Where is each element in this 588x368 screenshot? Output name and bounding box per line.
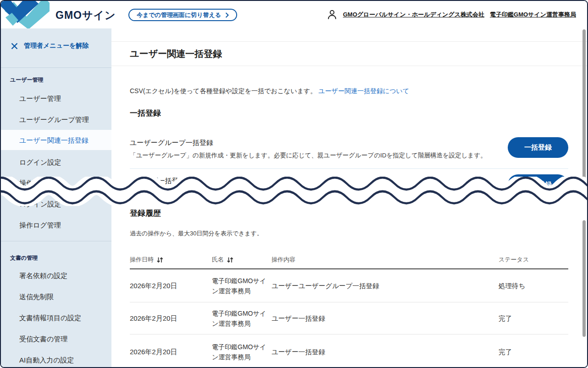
cell-date: 2026年2月20日: [130, 348, 177, 357]
cell-status: 完了: [499, 314, 512, 323]
sidebar-divider: [1, 67, 111, 68]
table-header-operation: 操作内容: [272, 256, 295, 264]
table-header-name-label: 氏名: [212, 256, 224, 264]
cell-date: 2026年2月20日: [130, 281, 177, 290]
chevron-right-icon: [225, 12, 229, 18]
sidebar-section-user: ユーザー管理: [10, 76, 44, 84]
account-user-link[interactable]: 電子印鑑GMOサイン運営事務局: [490, 11, 576, 19]
sidebar-item-operation-log-2[interactable]: 操作ログ管理: [19, 221, 61, 230]
table-row: 2026年2月20日 電子印鑑GMOサイン運営事務局 ユーザー一括登録 完了: [130, 335, 568, 368]
intro-description: CSV(エクセル)を使って各種登録や設定を一括でおこないます。: [130, 87, 316, 95]
switch-admin-view-button[interactable]: 今までの管理画面に切り替える: [128, 9, 237, 21]
table-row: 2026年2月20日 電子印鑑GMOサイン運営事務局 ユーザー一括登録 完了: [130, 302, 568, 335]
switch-button-label: 今までの管理画面に切り替える: [137, 11, 221, 19]
sidebar-item-login-settings-2[interactable]: ログイン設定: [19, 200, 61, 209]
history-section-title: 登録履歴: [130, 208, 161, 218]
app-window: GMOサイン 今までの管理画面に切り替える GMOグローバルサイン・ホールディン…: [0, 0, 588, 368]
bulk-item-description-usergroup: 「ユーザーグループ」の新規作成・更新をします。必要に応じて、親ユーザーグループの…: [130, 151, 487, 160]
brand-logotype: GMOサイン: [55, 8, 116, 22]
sidebar-item-recipient-restriction[interactable]: 送信先制限: [19, 293, 54, 301]
sidebar-item-user-bulk-registration[interactable]: ユーザー関連一括登録: [19, 136, 89, 145]
sidebar-item-login-settings[interactable]: ログイン設定: [19, 158, 61, 167]
cell-operation: ユーザー一括登録: [272, 348, 325, 357]
divider: [130, 168, 568, 169]
history-note: 過去の操作から、最大30日間分を表示できます。: [130, 229, 263, 238]
intro-help-link[interactable]: ユーザー関連一括登録について: [318, 87, 409, 95]
table-header-status-label: ステータス: [499, 256, 529, 264]
divider: [111, 66, 587, 66]
cell-status: 処理待ち: [499, 281, 525, 290]
sidebar-section-documents: 文書の管理: [10, 254, 38, 262]
scrollbar[interactable]: [582, 29, 586, 180]
sidebar-item-ai-autofill-settings[interactable]: AI自動入力の設定: [19, 356, 74, 365]
bulk-item-title-folder: フォルダ一括登録: [130, 177, 185, 185]
account-company-link[interactable]: GMOグローバルサイン・ホールディングス株式会社: [343, 11, 484, 19]
scrollbar[interactable]: [582, 220, 586, 337]
dismiss-label: 管理者メニューを解除: [24, 42, 89, 50]
cell-operation: ユーザーユーザーグループ一括登録: [272, 281, 379, 290]
sort-icon: [156, 256, 163, 263]
cell-name: 電子印鑑GMOサイン運営事務局: [212, 308, 267, 329]
intro-text: CSV(エクセル)を使って各種登録や設定を一括でおこないます。 ユーザー関連一括…: [130, 87, 409, 95]
sidebar-divider: [1, 241, 111, 241]
cell-date: 2026年2月20日: [130, 314, 177, 323]
cell-operation: ユーザー一括登録: [272, 314, 325, 323]
table-header-operation-label: 操作内容: [272, 256, 295, 264]
admin-sidebar: 管理者メニューを解除 ユーザー管理 ユーザー管理 ユーザーグループ管理 ユーザー…: [1, 28, 111, 367]
main-content: ユーザー関連一括登録 CSV(エクセル)を使って各種登録や設定を一括でおこないま…: [111, 28, 587, 367]
sort-icon: [227, 256, 233, 263]
bulk-section-title: 一括登録: [130, 108, 161, 118]
cell-name: 電子印鑑GMOサイン運営事務局: [212, 276, 267, 296]
bulk-item-title-usergroup: ユーザーグループ一括登録: [130, 139, 213, 147]
page-title: ユーザー関連一括登録: [130, 48, 222, 60]
table-header-date-label: 操作日時: [130, 256, 154, 264]
close-icon: [11, 43, 18, 50]
sidebar-item-user-group-management[interactable]: ユーザーグループ管理: [19, 116, 89, 124]
cell-status: 完了: [499, 348, 512, 357]
sidebar-item-document-info-settings[interactable]: 文書情報項目の設定: [19, 314, 81, 323]
top-header: GMOサイン 今までの管理画面に切り替える GMOグローバルサイン・ホールディン…: [1, 1, 587, 28]
account-area: GMOグローバルサイン・ホールディングス株式会社 電子印鑑GMOサイン運営事務局: [327, 9, 576, 20]
bulk-register-button-folder[interactable]: 一括登録: [508, 174, 568, 195]
cell-name: 電子印鑑GMOサイン運営事務局: [212, 342, 267, 362]
sidebar-item-user-management[interactable]: ユーザー管理: [19, 95, 61, 103]
person-icon: [327, 9, 338, 20]
table-header-name[interactable]: 氏名: [212, 256, 233, 264]
dismiss-admin-menu-button[interactable]: 管理者メニューを解除: [11, 42, 89, 50]
table-row: 2026年2月20日 電子印鑑GMOサイン運営事務局 ユーザーユーザーグループ一…: [130, 269, 568, 302]
sidebar-item-signature-request-settings[interactable]: 署名依頼の設定: [19, 272, 67, 280]
sidebar-item-received-documents[interactable]: 受信文書の管理: [19, 335, 67, 344]
table-header-status: ステータス: [499, 256, 529, 264]
table-header-date[interactable]: 操作日時: [130, 256, 163, 264]
gmo-logo-icon: [0, 0, 50, 30]
divider: [111, 41, 587, 42]
bulk-register-button-usergroup[interactable]: 一括登録: [508, 137, 568, 158]
sidebar-item-operation-log[interactable]: 操作ログ管理: [19, 179, 61, 188]
